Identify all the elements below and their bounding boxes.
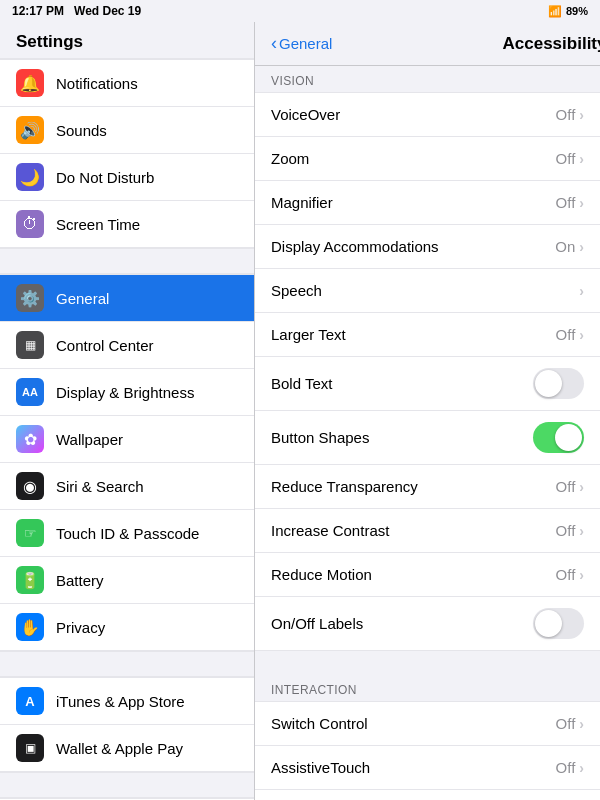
back-chevron-icon: ‹ bbox=[271, 33, 277, 54]
increase-contrast-label: Increase Contrast bbox=[271, 522, 389, 539]
increase-contrast-right: Off › bbox=[556, 522, 584, 539]
assistive-touch-value: Off bbox=[556, 759, 576, 776]
general-label: General bbox=[56, 290, 109, 307]
display-acc-right: On › bbox=[555, 238, 584, 255]
sidebar-item-do-not-disturb[interactable]: 🌙 Do Not Disturb bbox=[0, 154, 254, 201]
zoom-right: Off › bbox=[556, 150, 584, 167]
sidebar-item-general[interactable]: ⚙️ General bbox=[0, 274, 254, 322]
sounds-label: Sounds bbox=[56, 122, 107, 139]
larger-text-chevron: › bbox=[579, 327, 584, 343]
row-bold-text[interactable]: Bold Text bbox=[255, 357, 600, 411]
sidebar-gap-2 bbox=[0, 652, 254, 676]
back-button[interactable]: ‹ General bbox=[271, 33, 332, 54]
battery-icon-sidebar: 🔋 bbox=[16, 566, 44, 594]
button-shapes-knob bbox=[555, 424, 582, 451]
voiceover-value: Off bbox=[556, 106, 576, 123]
row-switch-control[interactable]: Switch Control Off › bbox=[255, 702, 600, 746]
sidebar-item-itunes[interactable]: A iTunes & App Store bbox=[0, 677, 254, 725]
battery-label: Battery bbox=[56, 572, 104, 589]
sidebar-item-battery[interactable]: 🔋 Battery bbox=[0, 557, 254, 604]
row-voiceover[interactable]: VoiceOver Off › bbox=[255, 93, 600, 137]
wifi-icon: 📶 bbox=[548, 5, 562, 18]
larger-text-label: Larger Text bbox=[271, 326, 346, 343]
switch-control-chevron: › bbox=[579, 716, 584, 732]
row-button-shapes[interactable]: Button Shapes bbox=[255, 411, 600, 465]
bold-text-right bbox=[533, 368, 584, 399]
status-time: 12:17 PM Wed Dec 19 bbox=[12, 4, 141, 18]
button-shapes-toggle[interactable] bbox=[533, 422, 584, 453]
magnifier-chevron: › bbox=[579, 195, 584, 211]
assistive-touch-label: AssistiveTouch bbox=[271, 759, 370, 776]
row-speech[interactable]: Speech › bbox=[255, 269, 600, 313]
sidebar-item-wallpaper[interactable]: ✿ Wallpaper bbox=[0, 416, 254, 463]
reduce-motion-label: Reduce Motion bbox=[271, 566, 372, 583]
sidebar-group-1: 🔔 Notifications 🔊 Sounds 🌙 Do Not Distur… bbox=[0, 58, 254, 249]
display-brightness-label: Display & Brightness bbox=[56, 384, 194, 401]
magnifier-right: Off › bbox=[556, 194, 584, 211]
voiceover-right: Off › bbox=[556, 106, 584, 123]
bold-text-toggle[interactable] bbox=[533, 368, 584, 399]
do-not-disturb-label: Do Not Disturb bbox=[56, 169, 154, 186]
sidebar-item-privacy[interactable]: ✋ Privacy bbox=[0, 604, 254, 651]
row-onoff-labels[interactable]: On/Off Labels bbox=[255, 597, 600, 650]
sidebar-gap-3 bbox=[0, 773, 254, 797]
magnifier-value: Off bbox=[556, 194, 576, 211]
voiceover-chevron: › bbox=[579, 107, 584, 123]
speech-right: › bbox=[575, 283, 584, 299]
sidebar-item-touch-id[interactable]: ☞ Touch ID & Passcode bbox=[0, 510, 254, 557]
itunes-icon: A bbox=[16, 687, 44, 715]
sounds-icon: 🔊 bbox=[16, 116, 44, 144]
back-label: General bbox=[279, 35, 332, 52]
siri-label: Siri & Search bbox=[56, 478, 144, 495]
button-shapes-label: Button Shapes bbox=[271, 429, 369, 446]
row-reduce-motion[interactable]: Reduce Motion Off › bbox=[255, 553, 600, 597]
row-display-accommodations[interactable]: Display Accommodations On › bbox=[255, 225, 600, 269]
notifications-label: Notifications bbox=[56, 75, 138, 92]
sidebar-item-siri[interactable]: ◉ Siri & Search bbox=[0, 463, 254, 510]
touch-id-label: Touch ID & Passcode bbox=[56, 525, 199, 542]
larger-text-value: Off bbox=[556, 326, 576, 343]
control-center-icon: ▦ bbox=[16, 331, 44, 359]
sidebar-item-sounds[interactable]: 🔊 Sounds bbox=[0, 107, 254, 154]
siri-icon: ◉ bbox=[16, 472, 44, 500]
assistive-touch-chevron: › bbox=[579, 760, 584, 776]
sidebar-item-display-brightness[interactable]: AA Display & Brightness bbox=[0, 369, 254, 416]
wallpaper-icon: ✿ bbox=[16, 425, 44, 453]
row-increase-contrast[interactable]: Increase Contrast Off › bbox=[255, 509, 600, 553]
row-touch-accommodations[interactable]: Touch Accommodations Off › bbox=[255, 790, 600, 800]
row-larger-text[interactable]: Larger Text Off › bbox=[255, 313, 600, 357]
touch-id-icon: ☞ bbox=[16, 519, 44, 547]
wallet-label: Wallet & Apple Pay bbox=[56, 740, 183, 757]
sidebar-item-control-center[interactable]: ▦ Control Center bbox=[0, 322, 254, 369]
zoom-chevron: › bbox=[579, 151, 584, 167]
reduce-motion-value: Off bbox=[556, 566, 576, 583]
display-acc-chevron: › bbox=[579, 239, 584, 255]
display-acc-label: Display Accommodations bbox=[271, 238, 439, 255]
bold-text-knob bbox=[535, 370, 562, 397]
reduce-transparency-chevron: › bbox=[579, 479, 584, 495]
row-magnifier[interactable]: Magnifier Off › bbox=[255, 181, 600, 225]
onoff-labels-knob bbox=[535, 610, 562, 637]
panel-header: ‹ General Accessibility bbox=[255, 22, 600, 66]
privacy-label: Privacy bbox=[56, 619, 105, 636]
speech-label: Speech bbox=[271, 282, 322, 299]
switch-control-value: Off bbox=[556, 715, 576, 732]
sidebar-item-wallet[interactable]: ▣ Wallet & Apple Pay bbox=[0, 725, 254, 772]
sidebar-title: Settings bbox=[0, 22, 254, 58]
sidebar-item-notifications[interactable]: 🔔 Notifications bbox=[0, 59, 254, 107]
reduce-transparency-right: Off › bbox=[556, 478, 584, 495]
right-panel: ‹ General Accessibility VISION VoiceOver… bbox=[255, 22, 600, 800]
panel-header-wrapper: ‹ General Accessibility bbox=[271, 33, 584, 54]
onoff-labels-toggle[interactable] bbox=[533, 608, 584, 639]
reduce-motion-right: Off › bbox=[556, 566, 584, 583]
control-center-label: Control Center bbox=[56, 337, 154, 354]
privacy-icon: ✋ bbox=[16, 613, 44, 641]
interaction-section-header: INTERACTION bbox=[255, 675, 600, 701]
assistive-touch-right: Off › bbox=[556, 759, 584, 776]
sidebar-item-screen-time[interactable]: ⏱ Screen Time bbox=[0, 201, 254, 248]
row-reduce-transparency[interactable]: Reduce Transparency Off › bbox=[255, 465, 600, 509]
screen-time-icon: ⏱ bbox=[16, 210, 44, 238]
row-zoom[interactable]: Zoom Off › bbox=[255, 137, 600, 181]
screen-time-label: Screen Time bbox=[56, 216, 140, 233]
row-assistive-touch[interactable]: AssistiveTouch Off › bbox=[255, 746, 600, 790]
